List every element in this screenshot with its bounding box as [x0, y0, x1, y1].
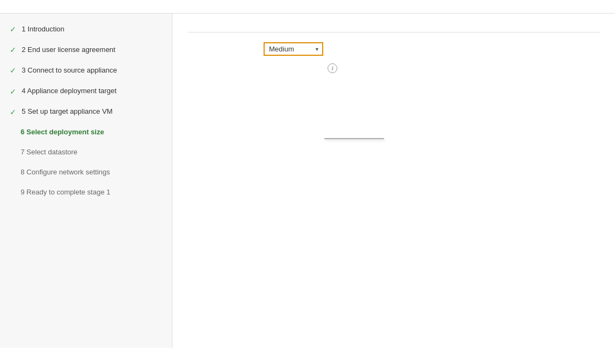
sidebar-item-deploy[interactable]: 6 Select deployment size [0, 122, 172, 142]
sidebar-label-eula: 2 End user license agreement [22, 46, 116, 55]
sidebar-label-datastore: 7 Select datastore [21, 148, 78, 157]
check-icon: ✓ [10, 66, 17, 75]
sidebar-item-ready: 9 Ready to complete stage 1 [0, 183, 172, 203]
deployment-size-controls: MediumLargeX-Large i [264, 42, 284, 56]
content-area: MediumLargeX-Large i i [172, 14, 615, 348]
deployment-size-row: MediumLargeX-Large i [188, 42, 600, 56]
sidebar-item-setup[interactable]: ✓5 Set up target appliance VM [0, 102, 172, 122]
sidebar-label-deploy: 6 Select deployment size [21, 128, 104, 137]
sidebar-item-intro[interactable]: ✓1 Introduction [0, 19, 172, 40]
storage-size-info-icon: i [328, 63, 337, 73]
sidebar-label-target: 4 Appliance deployment target [22, 87, 117, 96]
step-num-ready [10, 188, 17, 197]
check-icon: ✓ [10, 87, 17, 96]
sidebar-item-eula[interactable]: ✓2 End user license agreement [0, 40, 172, 60]
divider [188, 32, 600, 32]
step-num-deploy [10, 128, 17, 137]
title-bar [0, 0, 615, 14]
sidebar-item-network: 8 Configure network settings [0, 162, 172, 183]
sidebar-label-source: 3 Connect to source appliance [22, 66, 117, 75]
deployment-size-select[interactable]: MediumLargeX-Large [264, 42, 323, 56]
check-icon: ✓ [10, 107, 17, 117]
deployment-size-dropdown-wrapper[interactable]: MediumLargeX-Large [264, 42, 323, 56]
step-num-datastore [10, 148, 17, 157]
check-icon: ✓ [10, 24, 17, 34]
sidebar-item-target[interactable]: ✓4 Appliance deployment target [0, 81, 172, 102]
sidebar-label-setup: 5 Set up target appliance VM [22, 107, 113, 116]
deployment-size-label [188, 42, 264, 44]
step-num-network [10, 168, 17, 177]
sidebar: ✓1 Introduction✓2 End user license agree… [0, 14, 172, 348]
sidebar-label-network: 8 Configure network settings [21, 168, 110, 177]
sidebar-item-source[interactable]: ✓3 Connect to source appliance [0, 60, 172, 81]
storage-size-label [188, 63, 264, 66]
storage-size-controls: i [264, 63, 337, 73]
sidebar-label-intro: 1 Introduction [22, 25, 65, 34]
sidebar-label-ready: 9 Ready to complete stage 1 [21, 188, 111, 197]
storage-size-row: i [188, 63, 600, 73]
check-icon: ✓ [10, 45, 17, 55]
deployment-dropdown-menu[interactable] [324, 138, 384, 139]
sidebar-item-datastore: 7 Select datastore [0, 142, 172, 162]
